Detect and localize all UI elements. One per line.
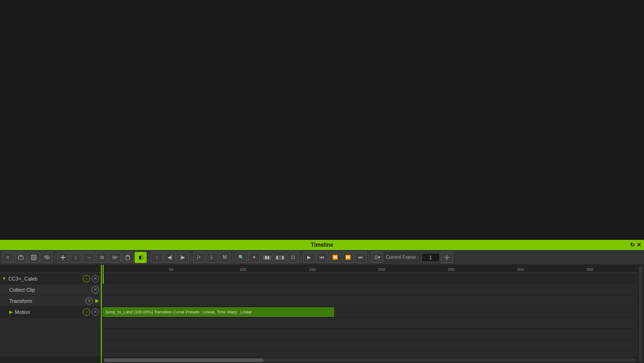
row-playhead-cc3 xyxy=(103,273,104,284)
svg-point-17 xyxy=(444,257,445,258)
toolbar-add-track-3[interactable]: ↔ xyxy=(83,252,95,263)
toolbar-next-key[interactable]: |▶ xyxy=(177,252,189,263)
toolbar-go-first[interactable]: ⏮ xyxy=(316,252,328,263)
timeline-refresh-icon[interactable]: ↻ xyxy=(630,242,635,248)
toolbar-zoom-in[interactable]: 🔍 xyxy=(235,252,247,263)
timeline-scrollbar xyxy=(102,357,638,363)
toolbar-sort[interactable]: ↕ xyxy=(151,252,163,263)
track-row-cc3-caleb[interactable] xyxy=(102,273,638,284)
toolbar-step-fwd[interactable]: ⏩ xyxy=(342,252,354,263)
track-name-collect-clip: Collect Clip xyxy=(9,287,92,293)
track-rows: Jump_to_Land (100.00%) Transition Curve … xyxy=(102,273,638,357)
vert-scrollbar xyxy=(638,265,644,363)
toolbar-sep-2 xyxy=(149,253,149,262)
track-arrow-transform: ▶ xyxy=(95,298,99,304)
expand-motion[interactable]: ▶ xyxy=(9,309,13,314)
v-scroll-track[interactable] xyxy=(639,266,643,362)
ruler-mark-350: 350 xyxy=(590,265,597,273)
track-row-empty-3 xyxy=(102,340,638,351)
toolbar-toggle-all[interactable]: ≡ xyxy=(2,252,14,263)
toolbar-range[interactable]: ⊡▾ xyxy=(371,252,383,263)
track-header-collect-clip: Collect Clip ✕ xyxy=(0,284,101,295)
toolbar-prev-key[interactable]: ◀| xyxy=(164,252,176,263)
track-mute-transform[interactable]: ✕ xyxy=(86,297,93,305)
track-mute-cc3-caleb[interactable]: ✕ xyxy=(92,275,99,282)
toolbar-go-last[interactable]: ⏭ xyxy=(355,252,367,263)
svg-point-15 xyxy=(446,255,447,256)
track-row-collect-clip[interactable] xyxy=(102,284,638,295)
toolbar-sep-4 xyxy=(233,253,233,262)
viewport xyxy=(0,0,644,240)
toolbar-options[interactable] xyxy=(441,252,453,263)
svg-rect-9 xyxy=(126,256,130,260)
toolbar-fit-horz[interactable]: ◨◧ xyxy=(261,252,273,263)
ruler-spacer xyxy=(0,265,101,273)
toolbar-highlight[interactable]: ◧ xyxy=(135,252,147,263)
track-header-motion: ▶ Motion ○ ✕ xyxy=(0,307,101,318)
toolbar-key-delete[interactable]: |- xyxy=(206,252,218,263)
h-scroll-track[interactable] xyxy=(104,358,636,362)
toolbar-eye[interactable] xyxy=(41,252,53,263)
toolbar-zoom-opts[interactable]: ▾ xyxy=(248,252,260,263)
timeline-toolbar: ≡ xyxy=(0,250,644,265)
toolbar-delete-track[interactable] xyxy=(122,252,134,263)
toolbar-camera[interactable] xyxy=(15,252,27,263)
toolbar-add-track-before[interactable] xyxy=(57,252,69,263)
track-row-empty-1 xyxy=(102,318,638,329)
track-headers-filler xyxy=(0,318,101,357)
timeline-panel: Timeline ↻ ✕ ≡ xyxy=(0,240,644,363)
track-mute-motion[interactable]: ✕ xyxy=(92,308,99,316)
track-area: 50 100 150 200 250 300 350 xyxy=(102,265,638,363)
ruler-mark-300: 300 xyxy=(520,265,527,273)
track-row-motion[interactable]: Jump_to_Land (100.00%) Transition Curve … xyxy=(102,307,638,318)
timeline-ruler[interactable]: 50 100 150 200 250 300 350 xyxy=(102,265,638,273)
track-name-transform: Transform xyxy=(9,298,86,304)
track-header-cc3-caleb: ▼ CC3+_Caleb ○ ✕ xyxy=(0,273,101,284)
track-solo-cc3-caleb[interactable]: ○ xyxy=(83,275,90,282)
toolbar-sep-3 xyxy=(191,253,191,262)
track-controls-cc3-caleb: ○ ✕ xyxy=(83,275,99,282)
expand-cc3-caleb[interactable]: ▼ xyxy=(2,276,6,281)
motion-clip[interactable]: Jump_to_Land (100.00%) Transition Curve … xyxy=(103,307,334,317)
track-row-empty-4 xyxy=(102,351,638,357)
toolbar-frame[interactable]: ⊡ xyxy=(287,252,299,263)
timeline-close-icon[interactable]: ✕ xyxy=(637,242,641,248)
track-headers-scroll-spacer xyxy=(0,357,101,363)
track-row-empty-2 xyxy=(102,329,638,340)
timeline-title: Timeline xyxy=(311,242,333,248)
track-controls-transform: ✕ ▶ xyxy=(86,297,99,305)
h-scroll-thumb[interactable] xyxy=(104,358,263,362)
toolbar-key-insert[interactable]: |+ xyxy=(193,252,205,263)
ruler-mark-50: 50 xyxy=(171,265,176,273)
current-frame-label: Current Frame : xyxy=(386,255,419,260)
svg-rect-4 xyxy=(32,258,36,259)
toolbar-sep-1 xyxy=(55,253,55,262)
track-headers: ▼ CC3+_Caleb ○ ✕ Collect Clip ✕ Transfor… xyxy=(0,265,102,363)
playhead[interactable] xyxy=(103,265,104,273)
toolbar-step-back[interactable]: ⏪ xyxy=(329,252,341,263)
toolbar-copy-opts[interactable]: ⧉▾ xyxy=(109,252,121,263)
toolbar-play[interactable]: ▶ xyxy=(303,252,315,263)
timeline-content: ▼ CC3+_Caleb ○ ✕ Collect Clip ✕ Transfor… xyxy=(0,265,644,363)
toolbar-save[interactable] xyxy=(28,252,40,263)
ruler-mark-100: 100 xyxy=(243,265,250,273)
ruler-mark-200: 200 xyxy=(382,265,389,273)
track-name-motion: Motion xyxy=(15,309,83,315)
svg-point-18 xyxy=(448,257,449,258)
toolbar-sep-6 xyxy=(369,253,369,262)
svg-rect-8 xyxy=(62,255,63,260)
track-header-transform: Transform ✕ ▶ xyxy=(0,295,101,307)
current-frame-input[interactable] xyxy=(421,253,440,262)
track-mute-collect-clip[interactable]: ✕ xyxy=(92,286,99,294)
toolbar-add-track-after[interactable]: ↨ xyxy=(70,252,82,263)
track-row-transform[interactable] xyxy=(102,295,638,307)
toolbar-key-type[interactable]: M xyxy=(219,252,231,263)
toolbar-copy[interactable]: ⧉ xyxy=(96,252,108,263)
track-controls-motion: ○ ✕ xyxy=(83,308,99,316)
track-name-cc3-caleb: CC3+_Caleb xyxy=(8,276,83,282)
track-solo-motion[interactable]: ○ xyxy=(83,308,90,316)
svg-point-14 xyxy=(446,257,448,258)
toolbar-fit-keys[interactable]: ◧◨ xyxy=(274,252,286,263)
ruler-mark-250: 250 xyxy=(451,265,458,273)
toolbar-sep-5 xyxy=(301,253,301,262)
